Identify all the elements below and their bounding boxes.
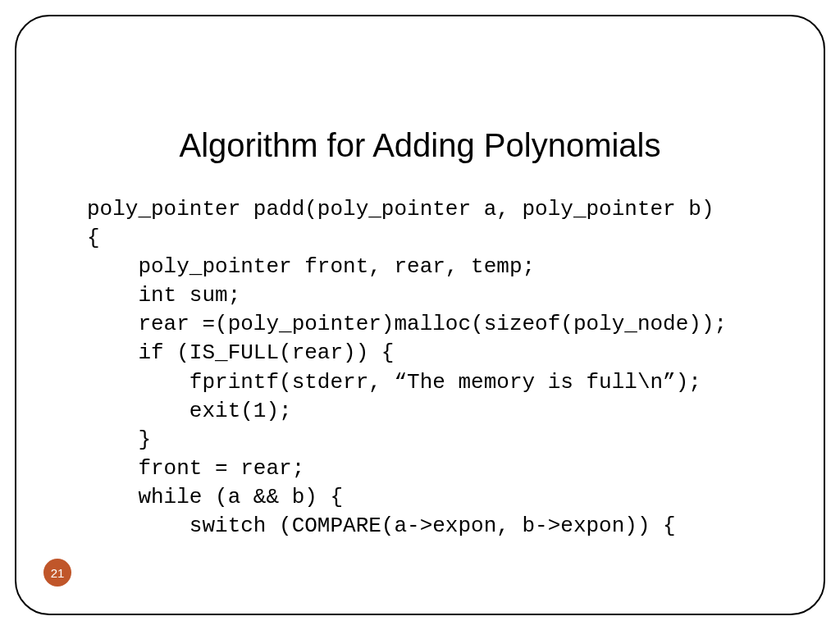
page-number-badge: 21 [43, 559, 71, 587]
slide-title: Algorithm for Adding Polynomials [16, 127, 824, 164]
code-block: poly_pointer padd(poly_pointer a, poly_p… [87, 195, 727, 541]
slide-frame: Algorithm for Adding Polynomials poly_po… [15, 15, 825, 615]
